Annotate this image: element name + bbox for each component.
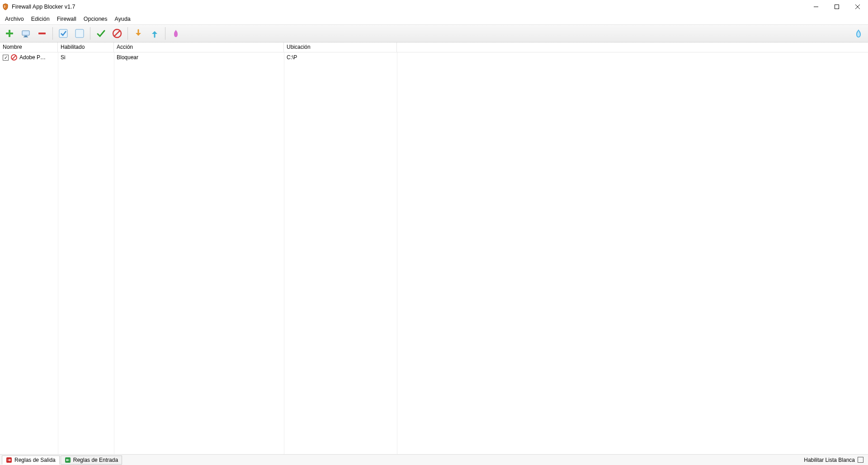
tab-reglas-salida[interactable]: Reglas de Salida — [2, 456, 60, 465]
menu-ayuda[interactable]: Ayuda — [112, 15, 134, 23]
svg-rect-10 — [59, 29, 67, 38]
toolbar-separator — [52, 27, 53, 40]
row-accion: Bloquear — [114, 54, 284, 61]
check-all-button[interactable] — [56, 26, 71, 41]
list-body[interactable]: ✓ Adobe P… Si Bloquear C:\P — [0, 52, 868, 454]
svg-rect-6 — [22, 31, 29, 35]
svg-line-15 — [12, 56, 16, 59]
svg-line-13 — [114, 31, 120, 36]
menu-firewall[interactable]: Firewall — [54, 15, 80, 23]
row-nombre: Adobe P… — [19, 54, 55, 61]
titlebar: Firewall App Blocker v1.7 — [0, 0, 868, 14]
whitelist-label: Habilitar Lista Blanca — [804, 457, 855, 463]
firewall-button[interactable] — [168, 26, 184, 41]
close-button[interactable] — [847, 0, 868, 14]
block-button[interactable] — [109, 26, 125, 41]
column-habilitado[interactable]: Habilitado — [58, 42, 114, 52]
toolbar-separator — [165, 27, 165, 40]
svg-rect-11 — [75, 29, 84, 38]
remove-button[interactable] — [34, 26, 50, 41]
blocked-icon — [10, 54, 18, 61]
svg-rect-1 — [835, 5, 839, 9]
tab-salida-label: Reglas de Salida — [14, 457, 56, 463]
app-icon — [2, 3, 9, 10]
maximize-button[interactable] — [826, 0, 847, 14]
statusbar: Reglas de Salida Reglas de Entrada Habil… — [0, 454, 868, 465]
svg-rect-8 — [24, 37, 28, 38]
inbound-icon — [65, 457, 71, 463]
column-ubicacion[interactable]: Ubicación — [284, 42, 397, 52]
whitelist-toggle[interactable]: Habilitar Lista Blanca — [804, 457, 866, 463]
row-checkbox[interactable]: ✓ — [3, 55, 9, 61]
menubar: Archivo Edición Firewall Opciones Ayuda — [0, 14, 868, 24]
toolbar-separator — [127, 27, 128, 40]
import-button[interactable] — [131, 26, 146, 41]
svg-rect-5 — [6, 33, 13, 34]
list-header: Nombre Habilitado Acción Ubicación — [0, 42, 868, 52]
whitelist-checkbox[interactable] — [858, 457, 863, 463]
row-ubicacion: C:\P — [284, 54, 397, 61]
table-row[interactable]: ✓ Adobe P… Si Bloquear C:\P — [0, 52, 868, 62]
menu-archivo[interactable]: Archivo — [2, 15, 27, 23]
toolbar-separator — [90, 27, 90, 40]
column-nombre[interactable]: Nombre — [0, 42, 58, 52]
toolbar — [0, 24, 868, 42]
window-title: Firewall App Blocker v1.7 — [12, 4, 75, 10]
about-icon[interactable] — [851, 26, 866, 41]
add-process-button[interactable] — [18, 26, 33, 41]
svg-rect-9 — [38, 33, 46, 34]
allow-button[interactable] — [93, 26, 108, 41]
tab-reglas-entrada[interactable]: Reglas de Entrada — [61, 456, 122, 465]
window-controls — [806, 0, 868, 14]
export-button[interactable] — [147, 26, 162, 41]
minimize-button[interactable] — [806, 0, 826, 14]
uncheck-all-button[interactable] — [72, 26, 87, 41]
add-button[interactable] — [2, 26, 17, 41]
svg-rect-7 — [24, 36, 27, 37]
menu-opciones[interactable]: Opciones — [80, 15, 111, 23]
outbound-icon — [6, 457, 12, 463]
column-accion[interactable]: Acción — [114, 42, 284, 52]
row-habilitado: Si — [58, 54, 114, 61]
menu-edicion[interactable]: Edición — [28, 15, 53, 23]
tab-entrada-label: Reglas de Entrada — [73, 457, 118, 463]
